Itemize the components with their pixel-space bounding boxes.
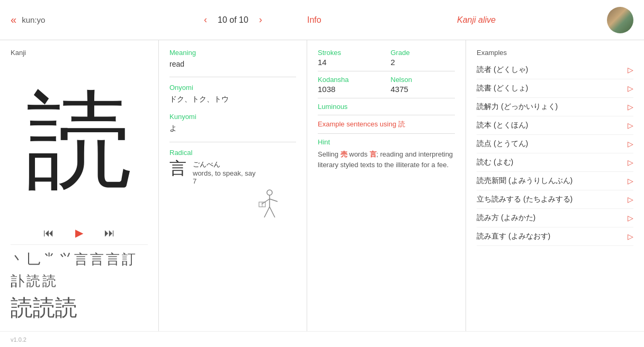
kunyomi-label: Kunyomi [169,113,296,121]
strokes-label: Strokes [318,49,382,57]
info-divider-1 [318,71,455,71]
examples-column: Examples 読者 (どくしゃ) ▷ 読書 (どくしょ) ▷ 読解力 (どっ… [466,40,644,331]
grade-field: Grade 2 [391,49,455,67]
radical-info: ごんべん words, to speak, say 7 [193,160,256,185]
kodansha-field: Kodansha 1038 [318,76,382,94]
onyomi-value: ドク、トク、トウ [169,95,296,104]
example-item-3[interactable]: 読本 (とくほん) ▷ [477,116,633,135]
info-divider-3 [318,115,455,115]
meaning-value: read [169,60,296,68]
kanji-character: 読 [11,61,148,221]
kodansha-label: Kodansha [318,76,382,84]
next-page-arrow[interactable]: › [259,14,262,25]
radical-section: Radical 言 ごんべん words, to speak, say 7 [169,149,296,185]
example-item-1[interactable]: 読書 (どくしょ) ▷ [477,79,633,98]
footer: v1.0.2 [0,331,644,347]
strokes-value: 14 [318,58,382,67]
luminous-field: Luminous [318,103,455,111]
strokes-field: Strokes 14 [318,49,382,67]
page-counter: 10 of 10 [218,15,248,25]
info-label: Info [307,15,321,25]
nelson-field: Nelson 4375 [391,76,455,94]
examples-list: 読者 (どくしゃ) ▷ 読書 (どくしょ) ▷ 読解力 (どっかいりょく) ▷ … [477,61,633,246]
example-text-4: 読点 (とうてん) [477,139,528,149]
header-info: Info [307,15,457,25]
divider-2 [169,142,296,142]
grade-value: 2 [391,58,455,67]
example-item-0[interactable]: 読者 (どくしゃ) ▷ [477,61,633,79]
stroke-order-chars: 丶 ⺃ ⺌ ⺍ 言 言 言 訂 訃 読 読 [11,250,148,291]
example-text-9: 読み直す (よみなおす) [477,232,550,241]
example-item-7[interactable]: 立ち読みする (たちよみする) ▷ [477,190,633,209]
example-arrow-9: ▷ [628,232,633,241]
avatar[interactable] [607,7,633,33]
onyomi-section: Onyomi ドク、トク、トウ [169,84,296,104]
kanji-prev-button[interactable]: ⏮ [43,227,54,239]
radical-label: Radical [169,149,296,157]
hint-text-words: words [347,150,370,158]
header-brand: Kanji alive [457,15,607,25]
nelson-label: Nelson [391,76,455,84]
brand-label: Kanji alive [457,15,496,25]
example-arrow-5: ▷ [628,158,633,167]
avatar-image [607,7,633,33]
info-grid: Strokes 14 Grade 2 [318,49,455,67]
prev-page-arrow[interactable]: ‹ [204,14,207,25]
stroke-order-row2: 読読読 [11,293,148,323]
example-text-3: 読本 (とくほん) [477,121,528,130]
example-item-2[interactable]: 読解力 (どっかいりょく) ▷ [477,98,633,116]
kanji-next-button[interactable]: ⏭ [104,227,115,239]
radical-illustration [169,194,296,225]
app-header: « kun:yo ‹ 10 of 10 › Info Kanji alive [0,0,644,40]
svg-line-3 [270,199,278,202]
radical-row: 言 ごんべん words, to speak, say 7 [169,160,296,185]
version-label: v1.0.2 [11,336,26,343]
example-sentences-link[interactable]: Example sentences using 読 [318,120,405,128]
main-content: Kanji 読 ⏮ ▶ ⏭ 丶 ⺃ ⺌ ⺍ 言 言 言 訂 訃 読 読 読読読 [0,40,644,331]
radical-name: ごんべん [193,160,256,169]
kanji-col-label: Kanji [11,49,148,57]
example-text-0: 読者 (どくしゃ) [477,65,528,75]
example-arrow-6: ▷ [628,177,633,185]
hint-selling-char: 売 [341,150,347,158]
hint-label: Hint [318,138,455,146]
onyomi-label: Onyomi [169,84,296,92]
example-arrow-0: ▷ [628,66,633,74]
kodansha-value: 1038 [318,85,382,94]
kanji-play-button[interactable]: ▶ [75,226,83,239]
divider-1 [169,77,296,77]
hint-text-selling: Selling [318,150,341,158]
example-item-4[interactable]: 読点 (とうてん) ▷ [477,135,633,153]
meaning-label: Meaning [169,49,296,57]
example-arrow-8: ▷ [628,214,633,222]
hint-section: Hint Selling 売 words 言; reading and inte… [318,138,455,170]
examples-col-label: Examples [477,49,633,57]
radical-desc: words, to speak, say [193,169,256,177]
meaning-section: Meaning read [169,49,296,68]
kanji-column: Kanji 読 ⏮ ▶ ⏭ 丶 ⺃ ⺌ ⺍ 言 言 言 訂 訃 読 読 読読読 [0,40,159,331]
example-arrow-4: ▷ [628,140,633,148]
details-column: Meaning read Onyomi ドク、トク、トウ Kunyomi よ R… [159,40,307,331]
info-divider-4 [318,133,455,134]
kunyomi-value: よ [169,124,296,133]
example-arrow-2: ▷ [628,103,633,111]
example-arrow-3: ▷ [628,121,633,130]
radical-character: 言 [169,160,186,177]
header-left: « kun:yo [11,14,159,26]
example-text-8: 読み方 (よみかた) [477,213,535,223]
example-item-5[interactable]: 読む (よむ) ▷ [477,153,633,172]
example-text-1: 読書 (どくしょ) [477,84,528,93]
info-grid-2: Kodansha 1038 Nelson 4375 [318,76,455,94]
example-item-8[interactable]: 読み方 (よみかた) ▷ [477,209,633,227]
info-divider-2 [318,98,455,98]
svg-line-4 [264,207,270,217]
example-item-9[interactable]: 読み直す (よみなおす) ▷ [477,227,633,246]
grade-label: Grade [391,49,455,57]
example-item-6[interactable]: 読売新聞 (よみうりしんぶん) ▷ [477,172,633,190]
hint-words-char: 言 [370,150,377,158]
kanji-controls: ⏮ ▶ ⏭ [11,221,148,244]
example-arrow-7: ▷ [628,195,633,204]
kunyomi-section: Kunyomi よ [169,113,296,133]
back-arrow[interactable]: « [11,14,16,26]
svg-point-0 [267,190,272,195]
